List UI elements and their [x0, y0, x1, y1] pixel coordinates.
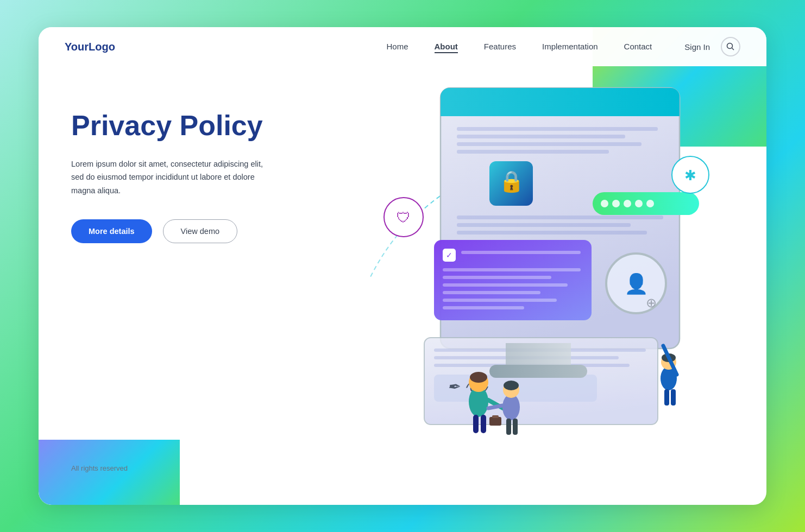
- svg-text:🔒: 🔒: [499, 169, 525, 194]
- illustration: 🔒 ✓ 👤 ⊕: [299, 72, 745, 484]
- svg-rect-8: [457, 150, 609, 154]
- nav-links: Home About Features Implementation Conta…: [386, 42, 652, 52]
- nav-item-features[interactable]: Features: [484, 42, 516, 52]
- svg-point-53: [502, 394, 520, 420]
- nav-item-home[interactable]: Home: [386, 42, 408, 52]
- svg-line-1: [732, 48, 734, 50]
- svg-text:✓: ✓: [446, 251, 452, 259]
- svg-point-55: [504, 381, 519, 390]
- svg-point-32: [646, 200, 654, 207]
- svg-text:🛡: 🛡: [397, 210, 411, 226]
- svg-rect-12: [457, 223, 631, 227]
- svg-rect-6: [457, 135, 625, 138]
- right-panel: 🔒 ✓ 👤 ⊕: [299, 66, 766, 505]
- nav-right: Sign In: [684, 37, 740, 56]
- svg-rect-5: [457, 127, 658, 131]
- nav-item-about[interactable]: About: [435, 42, 458, 52]
- nav-link-about[interactable]: About: [435, 42, 458, 53]
- svg-rect-64: [671, 389, 676, 406]
- nav-link-home[interactable]: Home: [386, 42, 408, 51]
- page-description: Lorem ipsum dolor sit amet, consectetur …: [71, 157, 267, 198]
- svg-rect-18: [443, 268, 581, 271]
- svg-rect-63: [664, 389, 669, 406]
- svg-text:✱: ✱: [684, 167, 696, 183]
- svg-point-29: [612, 200, 620, 207]
- page-title: Privacy Policy: [71, 110, 273, 142]
- main-card: YourLogo Home About Features Implementat…: [39, 27, 766, 505]
- svg-rect-51: [489, 417, 501, 426]
- svg-text:⊕: ⊕: [646, 295, 657, 310]
- nav-item-contact[interactable]: Contact: [624, 42, 652, 52]
- svg-line-56: [488, 406, 502, 408]
- svg-text:👤: 👤: [624, 272, 649, 295]
- search-icon: [726, 42, 735, 51]
- nav-link-implementation[interactable]: Implementation: [542, 42, 598, 51]
- left-panel: Privacy Policy Lorem ipsum dolor sit ame…: [39, 66, 299, 505]
- svg-point-47: [470, 372, 487, 383]
- svg-rect-50: [481, 415, 486, 433]
- svg-rect-58: [513, 419, 518, 435]
- svg-rect-52: [492, 415, 499, 418]
- sign-in-link[interactable]: Sign In: [684, 42, 710, 52]
- main-content: Privacy Policy Lorem ipsum dolor sit ame…: [39, 66, 766, 505]
- navbar: YourLogo Home About Features Implementat…: [39, 27, 766, 66]
- copyright: All rights reserved: [71, 464, 273, 472]
- search-button[interactable]: [721, 37, 740, 56]
- nav-item-implementation[interactable]: Implementation: [542, 42, 598, 52]
- svg-rect-44: [489, 365, 587, 378]
- svg-rect-21: [443, 291, 540, 294]
- svg-rect-7: [457, 142, 642, 146]
- svg-point-28: [601, 200, 608, 207]
- cta-buttons: More details View demo: [71, 219, 273, 243]
- svg-rect-17: [461, 251, 581, 254]
- logo: YourLogo: [65, 41, 115, 53]
- nav-link-contact[interactable]: Contact: [624, 42, 652, 51]
- svg-rect-11: [457, 216, 663, 219]
- more-details-button[interactable]: More details: [71, 219, 152, 243]
- svg-rect-22: [443, 299, 557, 302]
- svg-rect-19: [443, 276, 551, 279]
- svg-point-31: [635, 200, 643, 207]
- svg-point-30: [624, 200, 631, 207]
- svg-rect-23: [443, 306, 524, 309]
- svg-point-0: [727, 43, 733, 49]
- svg-rect-4: [441, 104, 680, 116]
- svg-rect-13: [457, 231, 647, 235]
- hero-content: Privacy Policy Lorem ipsum dolor sit ame…: [71, 110, 273, 243]
- nav-link-features[interactable]: Features: [484, 42, 516, 51]
- svg-rect-57: [506, 419, 511, 435]
- svg-rect-27: [593, 192, 699, 215]
- svg-rect-49: [473, 415, 479, 433]
- svg-rect-20: [443, 283, 568, 287]
- view-demo-button[interactable]: View demo: [163, 219, 237, 243]
